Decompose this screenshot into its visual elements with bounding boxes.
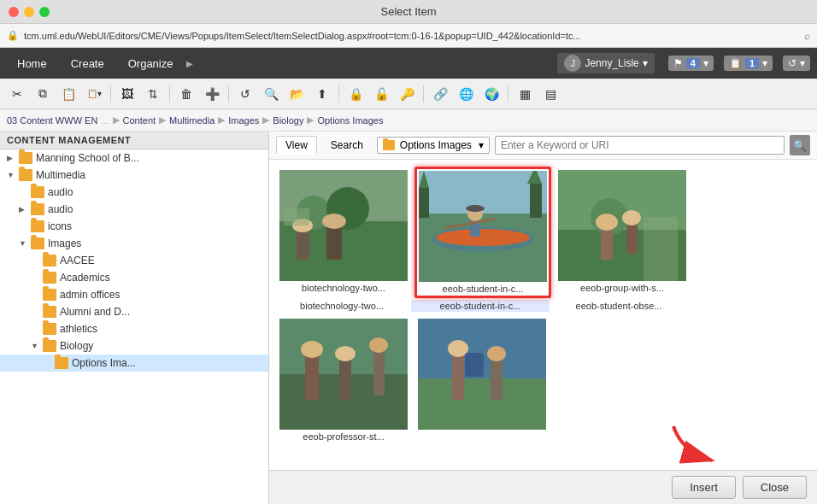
browse-button[interactable]: 📂 (285, 82, 309, 106)
flag-dropdown-arrow: ▾ (703, 57, 708, 69)
bc-multimedia[interactable]: Multimedia (169, 115, 215, 126)
bc-options-images[interactable]: Options Images (317, 115, 383, 126)
paste-button[interactable]: 📋 (56, 82, 80, 106)
bc-arrow-5: ▶ (307, 114, 314, 126)
folder-icon (43, 340, 56, 352)
sidebar-item-images[interactable]: ▼ Images (0, 235, 268, 252)
svg-point-29 (622, 210, 641, 226)
minimize-window-button[interactable] (24, 7, 34, 17)
bc-images[interactable]: Images (228, 115, 259, 126)
refresh-button[interactable]: ↺ (233, 82, 257, 106)
tree-label: audio (48, 186, 73, 198)
lock-button[interactable]: 🔒 (344, 82, 367, 106)
expand-arrow: ▶ (7, 154, 19, 162)
image-cell-7[interactable]: eeob-professor-st... (276, 315, 411, 445)
expand-arrow: ▼ (7, 171, 19, 179)
sidebar-item-audio[interactable]: audio (0, 184, 268, 201)
svg-point-36 (335, 346, 356, 361)
toolbar-separator-4 (338, 85, 339, 103)
add-button[interactable]: ➕ (200, 82, 224, 106)
sidebar-item-aacee[interactable]: AACEE (0, 252, 268, 269)
link-button[interactable]: 🔗 (428, 82, 452, 106)
barcode2-button[interactable]: ▤ (538, 82, 562, 106)
nav-home[interactable]: Home (7, 54, 57, 73)
image-cell-8[interactable] (414, 315, 550, 445)
image-label-7: eeob-professor-st... (303, 430, 384, 442)
search-submit-button[interactable]: 🔍 (790, 135, 810, 155)
key-button[interactable]: 🔑 (395, 82, 419, 106)
window-controls[interactable] (9, 7, 50, 17)
image-button[interactable]: 🖼 (115, 82, 139, 106)
svg-rect-21 (530, 184, 542, 218)
svg-rect-4 (297, 230, 309, 260)
svg-rect-37 (373, 349, 385, 396)
upload-button[interactable]: ⬆ (310, 82, 334, 106)
cut-button[interactable]: ✂ (5, 82, 29, 106)
sidebar-item-feature-images[interactable]: ▶ audio (0, 201, 268, 218)
sort-button[interactable]: ⇅ (141, 82, 165, 106)
maximize-window-button[interactable] (39, 7, 50, 17)
sidebar-item-admin-offices[interactable]: admin offices (0, 286, 268, 303)
sidebar-item-icons[interactable]: icons (0, 218, 268, 235)
copy-button[interactable]: ⧉ (31, 82, 55, 106)
image-thumb-8 (418, 319, 546, 430)
flag-badge[interactable]: ⚑ 4 ▾ (668, 56, 714, 71)
bc-root[interactable]: 03 Content WWW EN (7, 115, 97, 126)
unlock-button[interactable]: 🔓 (369, 82, 393, 106)
sidebar-item-manning[interactable]: ▶ Manning School of B... (0, 149, 268, 167)
image-grid: biotechnology-two... (269, 160, 817, 470)
nav-user[interactable]: J Jenny_Lisle ▾ (557, 53, 654, 73)
search-tab[interactable]: Search (322, 137, 372, 154)
close-button[interactable]: Close (743, 476, 807, 499)
toolbar-separator-5 (423, 85, 424, 103)
image-cell-2[interactable]: eeob-student-in-c... (414, 167, 551, 298)
image-cell-3[interactable]: eeob-group-with-s... (555, 167, 690, 298)
svg-point-34 (301, 341, 323, 358)
folder-icon (19, 152, 32, 164)
nav-organize[interactable]: Organize (118, 54, 184, 73)
history-icon: ↺ (788, 57, 796, 69)
inbox-badge[interactable]: 📋 1 ▾ (724, 56, 773, 71)
folder-select-arrow: ▾ (479, 139, 484, 151)
toolbar: ✂ ⧉ 📋 📋▾ 🖼 ⇅ 🗑 ➕ ↺ 🔍 📂 ⬆ 🔒 🔓 🔑 🔗 🌐 🌍 ▦ ▤ (0, 79, 817, 109)
bc-content[interactable]: Content (123, 115, 156, 126)
sidebar-item-alumni[interactable]: Alumni and D... (0, 303, 268, 320)
window-title: Select Item (380, 5, 436, 18)
globe-button[interactable]: 🌐 (454, 82, 478, 106)
folder-icon (55, 357, 68, 369)
nav-create[interactable]: Create (61, 54, 115, 73)
svg-point-13 (436, 229, 530, 246)
expand-arrow: ▼ (19, 239, 31, 248)
svg-rect-19 (419, 188, 429, 218)
folder-select-label: Options Images (400, 139, 472, 151)
url-search-icon[interactable]: ⌕ (804, 30, 810, 42)
view-tab[interactable]: View (276, 136, 317, 155)
sidebar-item-options-images[interactable]: Options Ima... (0, 355, 268, 372)
folder-icon (43, 306, 56, 318)
image-cell-1[interactable]: biotechnology-two... (276, 167, 411, 298)
search-input[interactable] (495, 136, 785, 155)
image-thumb-7 (279, 319, 408, 430)
paste-dropdown-button[interactable]: 📋▾ (82, 82, 106, 106)
sidebar-item-academics[interactable]: Academics (0, 269, 268, 286)
svg-rect-44 (491, 357, 503, 400)
image-thumb-1 (279, 170, 408, 281)
bc-biology[interactable]: Biology (273, 115, 303, 126)
close-window-button[interactable] (9, 7, 19, 17)
history-badge[interactable]: ↺ ▾ (783, 56, 810, 71)
sidebar: CONTENT MANAGEMENT ▶ Manning School of B… (0, 132, 269, 504)
insert-button[interactable]: Insert (672, 476, 736, 499)
barcode-button[interactable]: ▦ (513, 82, 537, 106)
delete-button[interactable]: 🗑 (174, 82, 198, 106)
globe2-button[interactable]: 🌍 (479, 82, 503, 106)
image-row-1: biotechnology-two... (276, 167, 810, 298)
folder-select[interactable]: Options Images ▾ (377, 137, 490, 154)
sidebar-item-multimedia[interactable]: ▼ Multimedia (0, 167, 268, 184)
search-button[interactable]: 🔍 (259, 82, 283, 106)
folder-icon (31, 237, 44, 249)
image-label-1: biotechnology-two... (302, 281, 385, 293)
sidebar-item-athletics[interactable]: athletics (0, 320, 268, 337)
main-layout: CONTENT MANAGEMENT ▶ Manning School of B… (0, 132, 817, 504)
svg-point-27 (596, 214, 618, 231)
sidebar-item-biology[interactable]: ▼ Biology (0, 337, 268, 355)
